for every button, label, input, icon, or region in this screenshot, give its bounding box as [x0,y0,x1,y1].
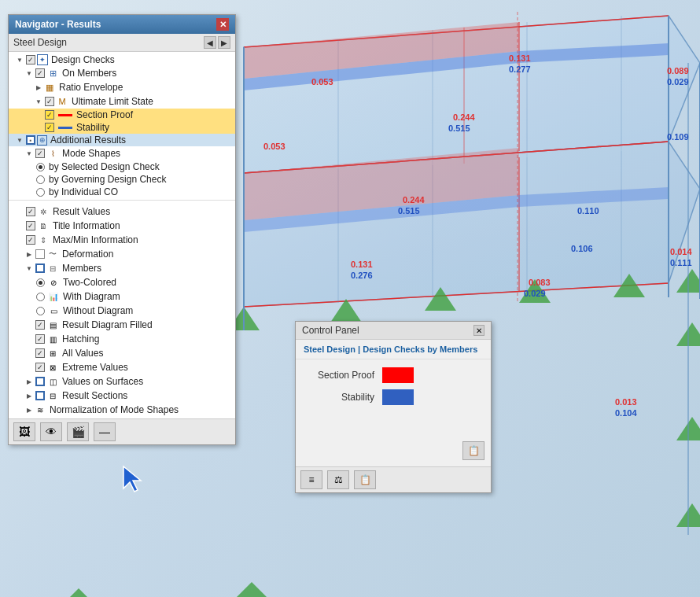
additional-results-label: Additional Results [50,135,126,146]
svg-marker-24 [330,299,362,322]
tree-item-deformation[interactable]: ▶ 〜 Deformation [9,247,235,261]
cp-title: Control Panel [302,325,359,336]
cp-list-button[interactable]: ≡ [300,470,322,489]
with-diagram-icon: 📊 [47,290,60,303]
mode-shapes-icon: ⌇ [46,147,59,160]
dim-label-18: 0.014 [670,247,692,256]
svg-marker-35 [676,322,700,346]
cb-on-members[interactable] [35,68,45,78]
cp-clipboard-button[interactable]: 📋 [354,470,376,489]
deformation-label: Deformation [62,249,113,260]
dim-label-4: 0.089 [667,66,689,76]
dim-label-13: 0.106 [571,244,593,253]
hatching-icon: ▥ [46,333,59,345]
maxmin-icon: ⇕ [37,234,50,246]
design-checks-label: Design Checks [51,54,115,65]
cp-balance-button[interactable]: ⚖ [327,470,349,489]
cb-uls[interactable] [45,97,54,106]
radio-by-individual[interactable] [36,188,45,197]
cb-mode-shapes[interactable] [35,149,45,158]
dim-label-21: 0.104 [615,408,637,418]
tree-item-result-diagram[interactable]: ▤ Result Diagram Filled [9,318,235,332]
radio-by-selected[interactable] [36,163,45,171]
tree-item-result-sections[interactable]: ▶ ⊟ Result Sections [9,389,235,403]
nav-show-graphics-button[interactable]: 🖼 [13,422,35,441]
dim-label-3: 0.277 [509,64,531,74]
nav-next-button[interactable]: ▶ [218,36,230,49]
nav-visibility-button[interactable]: 👁 [40,422,62,441]
navigator-close-button[interactable]: ✕ [216,18,229,31]
tree-item-two-colored[interactable]: ⊘ Two-Colored [9,275,235,289]
expand-values-surfaces: ▶ [24,377,34,386]
cb-result-diagram[interactable] [35,320,45,330]
radio-two-colored[interactable] [36,278,45,287]
without-diagram-icon: ▭ [47,304,60,317]
cp-section-proof-label: Section Proof [304,370,374,381]
nav-prev-button[interactable]: ◀ [204,36,216,49]
tree-item-title-info[interactable]: 🗎 Title Information [9,219,235,233]
tree-item-maxmin[interactable]: ⇕ Max/Min Information [9,233,235,247]
nav-animation-button[interactable]: 🎬 [67,422,89,441]
tree-item-design-checks[interactable]: ▼ ✦ Design Checks [9,53,235,66]
uls-label: Ultimate Limit State [72,96,153,107]
tree-item-by-governing[interactable]: by Governing Design Check [9,173,235,186]
values-surfaces-label: Values on Surfaces [62,376,143,387]
tree-item-stability[interactable]: Stability [9,121,235,134]
cb-extreme-values[interactable] [35,363,45,372]
tree-item-extreme-values[interactable]: ⊠ Extreme Values [9,360,235,374]
cb-hatching[interactable] [35,334,45,344]
cp-export-button[interactable]: 📋 [462,441,484,460]
cb-members[interactable] [35,263,45,273]
tree-item-normalization[interactable]: ▶ ≋ Normalization of Mode Shapes [9,403,235,417]
dim-label-5: 0.029 [667,77,689,87]
tree-item-uls[interactable]: ▼ M Ultimate Limit State [9,94,235,109]
cb-section-proof[interactable] [45,110,54,120]
tree-item-values-surfaces[interactable]: ▶ ◫ Values on Surfaces [9,374,235,389]
svg-marker-36 [676,417,700,440]
cb-additional-results[interactable] [26,135,35,145]
maxmin-label: Max/Min Information [53,234,138,245]
cb-stability[interactable] [45,123,54,132]
mode-shapes-label: Mode Shapes [62,148,120,159]
cb-all-values[interactable] [35,348,45,358]
tree-item-hatching[interactable]: ▥ Hatching [9,332,235,346]
cb-values-surfaces[interactable] [35,377,45,386]
section-proof-color [58,114,72,116]
tree-item-result-values[interactable]: ✲ Result Values [9,205,235,219]
dim-label-20: 0.013 [615,397,637,407]
nav-separator-button[interactable]: — [94,422,116,441]
dim-label-10: 0.244 [403,195,425,205]
tree-item-ratio-envelope[interactable]: ▶ ▦ Ratio Envelope [9,80,235,94]
radio-by-governing[interactable] [36,175,45,184]
dim-label-8: 0.515 [448,123,470,133]
result-sections-label: Result Sections [62,390,127,401]
cb-result-sections[interactable] [35,391,45,400]
cp-close-button[interactable]: ✕ [473,325,484,336]
result-sections-icon: ⊟ [46,389,59,402]
tree-item-without-diagram[interactable]: ▭ Without Diagram [9,304,235,318]
tree-item-members[interactable]: ▼ ⊟ Members [9,261,235,275]
tree-item-with-diagram[interactable]: 📊 With Diagram [9,289,235,304]
cp-titlebar: Control Panel ✕ [296,322,491,340]
values-surfaces-icon: ◫ [46,375,59,388]
deformation-icon: 〜 [46,248,59,260]
additional-results-icon: ⊕ [37,135,47,146]
cb-deformation[interactable] [35,249,45,259]
tree-item-by-selected[interactable]: by Selected Design Check [9,160,235,173]
uls-icon: M [56,95,68,108]
radio-with-diagram[interactable] [36,293,45,301]
cb-maxmin[interactable] [26,235,35,245]
tree-item-by-individual[interactable]: by Individual CO [9,186,235,198]
extreme-values-label: Extreme Values [62,362,128,373]
tree-item-all-values[interactable]: ⊞ All Values [9,346,235,360]
cb-result-values[interactable] [26,207,35,216]
navigator-panel: Navigator - Results ✕ Steel Design ◀ ▶ ▼… [8,14,236,445]
tree-item-section-proof[interactable]: Section Proof [9,109,235,121]
tree-item-mode-shapes[interactable]: ▼ ⌇ Mode Shapes [9,146,235,160]
cb-design-checks[interactable] [26,55,35,64]
cb-title-info[interactable] [26,221,35,230]
radio-without-diagram[interactable] [36,307,45,315]
by-individual-label: by Individual CO [49,186,118,197]
tree-item-on-members[interactable]: ▼ ⊞ On Members [9,66,235,80]
tree-item-additional-results[interactable]: ▼ ⊕ Additional Results [9,134,235,146]
